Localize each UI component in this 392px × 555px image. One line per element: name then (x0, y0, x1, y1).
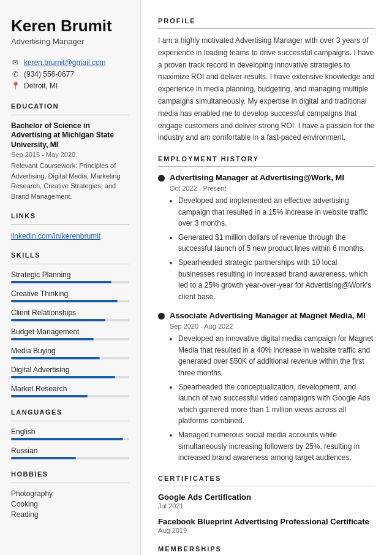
skill-bar-bg (11, 281, 129, 283)
profile-section-title: PROFILE (158, 17, 375, 25)
job-title-text: Advertising Manager at Advertising@Work,… (170, 173, 344, 183)
resume-container: Keren Brumit Advertising Manager ✉ keren… (0, 0, 392, 555)
skill-bar-fill (11, 319, 105, 321)
job-bullets: Developed an innovative digital media ca… (170, 333, 375, 464)
skill-name: Creative Thinking (11, 289, 129, 298)
certificates-divider (158, 486, 375, 486)
skills-divider (11, 264, 129, 264)
job-entry: Advertising Manager at Advertising@Work,… (158, 173, 375, 302)
language-bar-bg (11, 457, 129, 459)
skill-bar-fill (11, 338, 94, 340)
skill-bar-bg (11, 357, 129, 359)
links-section-title: LINKS (11, 212, 129, 220)
skill-bar-fill (11, 281, 111, 283)
education-divider (11, 115, 129, 115)
languages-list: English Russian (11, 427, 129, 459)
location-text: Detroit, MI (24, 82, 58, 90)
hobby-item: Reading (11, 510, 129, 519)
hobby-item: Cooking (11, 500, 129, 508)
languages-section-title: LANGUAGES (11, 408, 129, 416)
cert-date: Jul 2021 (158, 502, 375, 510)
skill-name: Digital Advertising (11, 366, 129, 374)
language-item: Russian (11, 446, 129, 459)
contact-info: ✉ keren.brumit@gmail.com ✆ (934) 556-067… (11, 58, 129, 90)
skill-item: Client Relationships (11, 308, 129, 321)
skill-name: Strategic Planning (11, 270, 129, 279)
skill-bar-fill (11, 395, 88, 397)
contact-email: ✉ keren.brumit@gmail.com (11, 58, 129, 67)
cert-name: Google Ads Certification (158, 492, 375, 502)
job-entry: Associate Advertising Manager at Magnet … (158, 311, 375, 463)
edu-description: Relevant Coursework: Principles of Adver… (11, 161, 129, 201)
location-icon: 📍 (11, 82, 20, 90)
language-item: English (11, 427, 129, 440)
contact-location: 📍 Detroit, MI (11, 82, 129, 90)
phone-icon: ✆ (11, 70, 20, 78)
skills-section-title: SKILLS (11, 251, 129, 259)
linkedin-link[interactable]: linkedin.com/in/kerenbrumit (11, 232, 100, 240)
job-dates: Sep 2020 - Aug 2022 (170, 323, 375, 330)
main-content: PROFILE I am a highly motivated Advertis… (141, 0, 392, 555)
job-header: Advertising Manager at Advertising@Work,… (158, 173, 375, 183)
profile-divider (158, 28, 375, 29)
job-title-text: Associate Advertising Manager at Magnet … (170, 311, 366, 321)
job-dot (158, 175, 165, 182)
job-bullet: Managed numerous social media accounts w… (178, 429, 375, 464)
phone-text: (934) 556-0677 (24, 70, 74, 78)
certificates-list: Google Ads Certification Jul 2021 Facebo… (158, 492, 375, 534)
skill-bar-bg (11, 338, 129, 340)
job-bullet: Spearheaded strategic partnerships with … (178, 257, 375, 302)
language-bar-bg (11, 438, 129, 440)
skill-name: Budget Management (11, 327, 129, 336)
cert-name: Facebook Blueprint Advertising Professio… (158, 517, 375, 526)
skill-item: Strategic Planning (11, 270, 129, 283)
skill-name: Market Research (11, 385, 129, 393)
job-bullet: Developed and implemented an effective a… (178, 195, 375, 229)
language-bar-fill (11, 438, 123, 440)
skill-bar-fill (11, 357, 100, 359)
skill-bar-bg (11, 395, 129, 397)
cert-date: Aug 2019 (158, 527, 375, 534)
skill-item: Media Buying (11, 346, 129, 359)
skill-bar-fill (11, 300, 118, 302)
profile-text: I am a highly motivated Advertising Mana… (158, 35, 375, 144)
edu-degree: Bachelor of Science in Advertising at Mi… (11, 121, 129, 150)
links-divider (11, 224, 129, 225)
skills-list: Strategic Planning Creative Thinking Cli… (11, 270, 129, 397)
job-dates: Oct 2022 - Present (170, 185, 375, 192)
skill-name: Client Relationships (11, 308, 129, 317)
skill-bar-bg (11, 376, 129, 378)
skill-bar-bg (11, 319, 129, 321)
language-bar-fill (11, 457, 76, 459)
job-bullets: Developed and implemented an effective a… (170, 195, 375, 302)
job-bullet: Developed an innovative digital media ca… (178, 333, 375, 378)
employment-section-title: EMPLOYMENT HISTORY (158, 155, 375, 163)
skill-bar-fill (11, 376, 115, 378)
memberships-section-title: MEMBERSHIPS (158, 545, 375, 553)
certificate-entry: Facebook Blueprint Advertising Professio… (158, 517, 375, 534)
sidebar: Keren Brumit Advertising Manager ✉ keren… (0, 0, 141, 555)
language-name: English (11, 427, 129, 436)
skill-name: Media Buying (11, 346, 129, 355)
job-dot (158, 313, 165, 320)
job-header: Associate Advertising Manager at Magnet … (158, 311, 375, 321)
skill-item: Budget Management (11, 327, 129, 340)
employment-divider (158, 166, 375, 167)
languages-divider (11, 421, 129, 421)
hobbies-divider (11, 483, 129, 483)
skill-item: Creative Thinking (11, 289, 129, 302)
contact-phone: ✆ (934) 556-0677 (11, 70, 129, 78)
candidate-title: Advertising Manager (11, 37, 129, 46)
jobs-list: Advertising Manager at Advertising@Work,… (158, 173, 375, 464)
education-section-title: EDUCATION (11, 102, 129, 110)
candidate-name: Keren Brumit (11, 17, 129, 35)
language-name: Russian (11, 446, 129, 455)
certificates-section-title: CERTIFICATES (158, 475, 375, 482)
edu-dates: Sep 2015 - May 2020 (11, 151, 129, 158)
skill-item: Market Research (11, 385, 129, 397)
hobbies-section-title: HOBBIES (11, 470, 129, 478)
links-list: linkedin.com/in/kerenbrumit (11, 231, 129, 240)
job-bullet: Generated $1 million dollars of revenue … (178, 232, 375, 255)
email-link[interactable]: keren.brumit@gmail.com (24, 58, 106, 67)
certificate-entry: Google Ads Certification Jul 2021 (158, 492, 375, 510)
